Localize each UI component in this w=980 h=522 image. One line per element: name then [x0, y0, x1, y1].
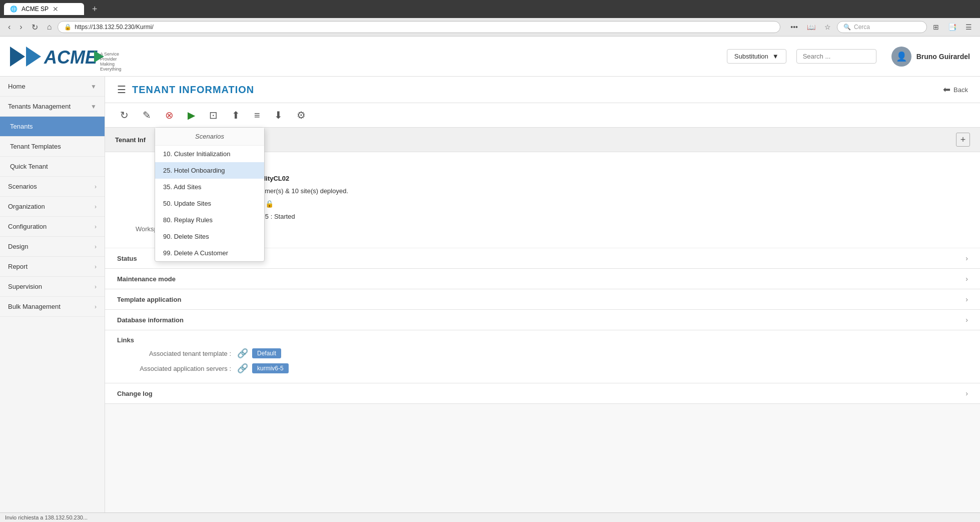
status-bar-text: Invio richiesta a 138.132.50.230...: [5, 514, 88, 520]
back-button[interactable]: ⬅ Back: [943, 84, 968, 95]
lock-icon: 🔒: [64, 24, 72, 31]
scenario-item-10[interactable]: 10. Cluster Initialization: [155, 146, 264, 162]
scenario-item-80[interactable]: 80. Replay Rules: [155, 212, 264, 228]
app-servers-link-icon[interactable]: 🔗: [237, 363, 248, 374]
sidebar-scenarios-label: Scenarios: [8, 183, 37, 190]
reader-btn[interactable]: 📖: [804, 22, 818, 32]
section-header-text: Tenant Inf: [115, 136, 146, 144]
sidebar-item-bulk-management[interactable]: Bulk Management ›: [0, 297, 105, 317]
toolbar-list-btn[interactable]: ≡: [251, 108, 263, 123]
scenario-item-25[interactable]: 25. Hotel Onboarding: [155, 162, 264, 179]
maintenance-section: Maintenance mode ›: [105, 269, 980, 289]
scenario-item-90[interactable]: 90. Delete Sites: [155, 228, 264, 245]
status-section-title: Status: [117, 255, 137, 262]
main-layout: ACME A Service Provider Making Everythin…: [0, 37, 980, 522]
toolbar-play-btn[interactable]: ▶: [185, 107, 198, 123]
tenant-template-link-icon[interactable]: 🔗: [237, 348, 248, 359]
sidebar-item-home[interactable]: Home ▼: [0, 77, 105, 97]
sidebar-item-configuration[interactable]: Configuration ›: [0, 217, 105, 237]
scenario-item-50[interactable]: 50. Update Sites: [155, 195, 264, 212]
toolbar-settings-btn[interactable]: ⚙: [294, 107, 309, 123]
sidebar-item-tenants[interactable]: Tenants: [0, 117, 105, 137]
sidebar-design-chevron: ›: [95, 243, 97, 250]
back-arrow-icon: ⬅: [943, 84, 950, 95]
address-bar[interactable]: 🔒 https://138.132.50.230/Kurmi/: [58, 21, 780, 33]
sidebar-item-scenarios[interactable]: Scenarios ›: [0, 177, 105, 197]
new-tab-btn[interactable]: +: [88, 4, 102, 15]
header-middle: Substitution ▼: [115, 49, 891, 64]
sidebar-item-tenants-management[interactable]: Tenants Management ▼: [0, 97, 105, 117]
home-nav-btn[interactable]: ⌂: [44, 22, 55, 33]
user-name: Bruno Guirardel: [916, 53, 970, 61]
toolbar-edit-btn[interactable]: ✎: [140, 107, 154, 123]
menu-btn[interactable]: ☰: [962, 22, 975, 32]
substitution-label: Substitution: [734, 53, 768, 60]
tenant-template-link-row: Associated tenant template : 🔗 Default: [105, 348, 980, 359]
sidebar-quick-tenant-label: Quick Tenant: [10, 163, 48, 170]
sidebar-item-design[interactable]: Design ›: [0, 237, 105, 257]
tenant-template-badge: Default: [252, 348, 281, 358]
browser-nav: ‹ › ↻ ⌂ 🔒 https://138.132.50.230/Kurmi/ …: [0, 18, 980, 37]
toolbar-refresh-btn[interactable]: ↻: [117, 107, 132, 123]
firefox-search-box[interactable]: 🔍 Cerca: [837, 21, 927, 33]
sidebar-tenant-templates-label: Tenant Templates: [10, 143, 61, 150]
sidebar-tenants-label: Tenants: [10, 123, 33, 130]
maintenance-chevron-icon: ›: [965, 275, 968, 283]
nav-extra-buttons: ••• 📖 ☆: [787, 22, 834, 32]
browser-tab[interactable]: 🌐 ACME SP ✕: [4, 3, 84, 15]
page-title-row: ☰ TENANT INFORMATION: [117, 84, 254, 96]
template-section-title: Template application: [117, 296, 181, 303]
toolbar-export-btn[interactable]: ⬇: [271, 107, 286, 123]
reading-list-btn[interactable]: 📑: [945, 22, 959, 32]
sidebar-tenants-mgmt-chevron: ▼: [91, 103, 97, 110]
bookmark-star-btn[interactable]: ☆: [821, 22, 834, 32]
back-nav-btn[interactable]: ‹: [5, 22, 14, 33]
toolbar-screen-btn[interactable]: ⊡: [206, 107, 221, 123]
content-area: ☰ TENANT INFORMATION ⬅ Back ↻ ✎ ⊗ ▶: [105, 77, 980, 522]
app-servers-badge: kurmiv6-5: [252, 363, 289, 373]
hamburger-icon[interactable]: ☰: [117, 84, 126, 96]
more-btn[interactable]: •••: [787, 22, 801, 32]
sidebar-configuration-label: Configuration: [8, 223, 47, 230]
logo-area: ACME A Service Provider Making Everythin…: [10, 42, 115, 72]
sidebar-item-supervision[interactable]: Supervision ›: [0, 277, 105, 297]
app-wrapper: ACME A Service Provider Making Everythin…: [0, 37, 980, 522]
user-area: 👤 Bruno Guirardel: [891, 47, 970, 67]
header-search-input[interactable]: [796, 49, 876, 64]
sidebar-bulk-mgmt-chevron: ›: [95, 303, 97, 310]
change-log-section-title: Change log: [117, 390, 153, 397]
app-servers-link-label: Associated application servers :: [117, 365, 237, 372]
firefox-search-icon: 🔍: [843, 24, 851, 31]
scenarios-dropdown-container: ▶ Scenarios 10. Cluster Initialization 2…: [185, 107, 198, 123]
section-add-btn[interactable]: +: [956, 133, 970, 147]
sidebar-report-label: Report: [8, 263, 28, 270]
forward-nav-btn[interactable]: ›: [17, 22, 25, 33]
maintenance-section-header[interactable]: Maintenance mode ›: [105, 269, 980, 289]
template-section: Template application ›: [105, 289, 980, 310]
sidebar-item-tenant-templates[interactable]: Tenant Templates: [0, 137, 105, 157]
change-log-section-header[interactable]: Change log ›: [105, 383, 980, 403]
tab-close-btn[interactable]: ✕: [53, 5, 59, 13]
sidebar-supervision-chevron: ›: [95, 283, 97, 290]
scenario-item-35[interactable]: 35. Add Sites: [155, 179, 264, 195]
scenario-item-99[interactable]: 99. Delete A Customer: [155, 245, 264, 261]
sidebar-home-label: Home: [8, 83, 26, 90]
reload-nav-btn[interactable]: ↻: [29, 22, 41, 33]
sidebar-panel-btn[interactable]: ⊞: [930, 22, 942, 32]
body-layout: Home ▼ Tenants Management ▼ Tenants Tena…: [0, 77, 980, 522]
sidebar-supervision-label: Supervision: [8, 283, 42, 290]
toolbar: ↻ ✎ ⊗ ▶ Scenarios 10. Cluster Initializa…: [105, 103, 980, 128]
app-header: ACME A Service Provider Making Everythin…: [0, 37, 980, 77]
sidebar-item-quick-tenant[interactable]: Quick Tenant: [0, 157, 105, 177]
sidebar-report-chevron: ›: [95, 263, 97, 270]
logo: ACME: [10, 42, 105, 72]
substitution-btn[interactable]: Substitution ▼: [727, 49, 786, 64]
database-section: Database information ›: [105, 310, 980, 330]
template-section-header[interactable]: Template application ›: [105, 289, 980, 309]
sidebar-item-organization[interactable]: Organization ›: [0, 197, 105, 217]
database-section-header[interactable]: Database information ›: [105, 310, 980, 330]
toolbar-cancel-btn[interactable]: ⊗: [162, 107, 177, 123]
toolbar-upload-btn[interactable]: ⬆: [229, 107, 243, 123]
database-section-title: Database information: [117, 316, 184, 324]
sidebar-item-report[interactable]: Report ›: [0, 257, 105, 277]
